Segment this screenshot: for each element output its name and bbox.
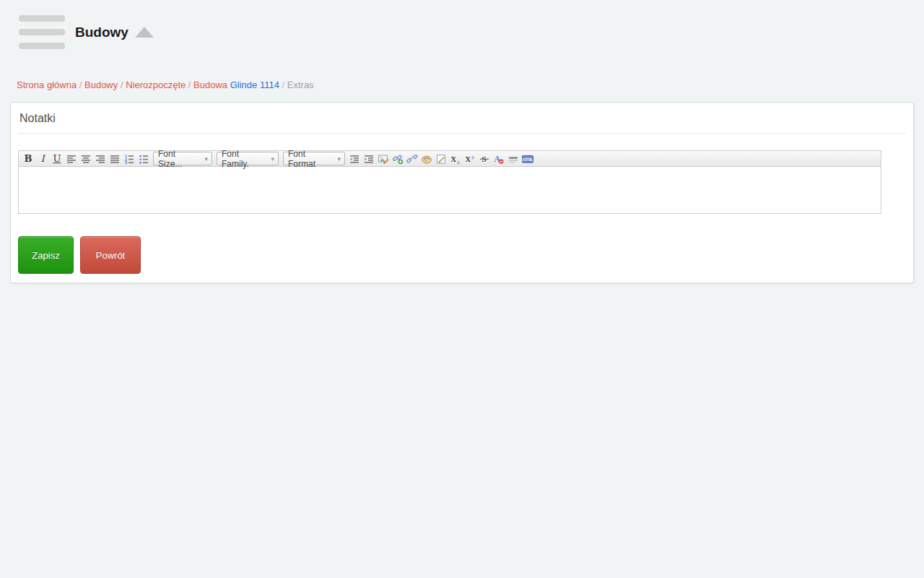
panel-title: Notatki [19,111,913,126]
save-button[interactable]: Zapisz [18,236,74,274]
notes-editor-body[interactable] [18,167,881,214]
breadcrumb: Strona główna / Budowy / Nierozpoczęte /… [17,79,314,90]
breadcrumb-nierozpoczete[interactable]: Nierozpoczęte [126,79,186,90]
remove-format-button[interactable]: A [492,152,506,166]
rich-text-editor: BIU123Font Size...▾Font Family.▾Font For… [18,150,881,214]
breadcrumb-glinde-1114[interactable]: Glinde 1114 [230,79,279,90]
chevron-down-icon: ▾ [204,155,208,163]
align-right-button[interactable] [93,152,108,166]
align-center-button[interactable] [79,152,93,166]
collapse-triangle-icon[interactable] [135,27,154,38]
editor-toolbar: BIU123Font Size...▾Font Family.▾Font For… [18,150,881,167]
breadcrumb-budowy[interactable]: Budowy [84,79,118,90]
chevron-down-icon: ▾ [271,155,274,163]
bold-button[interactable]: B [21,152,35,166]
text-color-button[interactable] [419,152,434,166]
font-size-select[interactable]: Font Size...▾ [153,152,212,165]
align-justify-button[interactable] [108,152,122,166]
strikethrough-button[interactable]: S [477,152,492,166]
outdent-button[interactable] [347,152,362,166]
svg-text:2: 2 [471,154,474,160]
svg-text:X: X [466,155,471,163]
hamburger-menu-icon[interactable] [19,15,65,49]
divider [18,133,906,134]
horizontal-rule-button[interactable] [506,152,520,166]
html-source-button[interactable]: XHTML [520,152,535,166]
insert-link-button[interactable] [391,152,405,166]
action-buttons: Zapisz Powrót [18,236,913,274]
font-family-select[interactable]: Font Family.▾ [217,152,279,165]
breadcrumb-separator: / [79,79,82,90]
svg-text:X: X [451,155,457,163]
breadcrumb-separator: / [121,79,123,90]
breadcrumb-separator: / [282,79,285,90]
breadcrumb-budowa[interactable]: Budowa [193,79,227,90]
svg-text:2: 2 [457,159,460,165]
ordered-list-button[interactable]: 123 [122,152,136,166]
app-header: Budowy [19,15,154,49]
underline-button[interactable]: U [50,152,64,166]
edit-source-button[interactable] [434,152,448,166]
breadcrumb-extras: Extras [287,79,314,90]
unordered-list-button[interactable] [136,152,151,166]
back-button[interactable]: Powrót [80,236,141,274]
page-title: Budowy [75,25,128,40]
svg-text:XHTML: XHTML [522,158,533,161]
insert-image-button[interactable] [376,152,391,166]
notes-panel: Notatki BIU123Font Size...▾Font Family.▾… [10,102,914,283]
unlink-button[interactable] [405,152,419,166]
chevron-down-icon: ▾ [337,155,341,163]
italic-button[interactable]: I [35,152,50,166]
breadcrumb-separator: / [188,79,191,90]
subscript-button[interactable]: X2 [448,152,463,166]
breadcrumb-strona-glowna[interactable]: Strona główna [17,79,77,90]
svg-text:3: 3 [125,160,127,165]
indent-button[interactable] [362,152,376,166]
superscript-button[interactable]: X2 [463,152,477,166]
font-format-select[interactable]: Font Format▾ [283,152,345,165]
align-left-button[interactable] [64,152,79,166]
